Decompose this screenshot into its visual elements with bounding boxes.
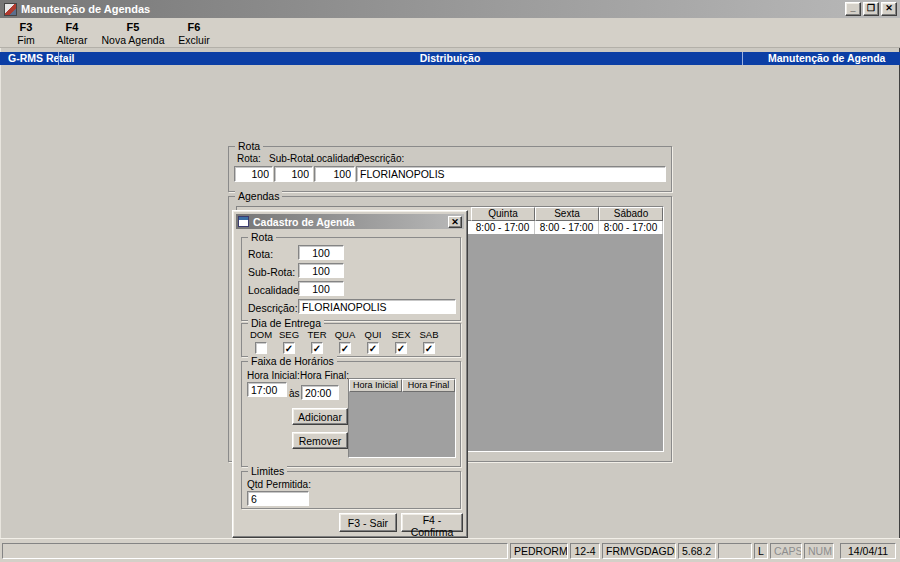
toolbar-key-f4: F4 [66, 21, 79, 34]
dialog-localidade-label: Localidade: [248, 284, 302, 296]
day-qui: QUI ✓ [360, 329, 386, 354]
day-ter: TER ✓ [304, 329, 330, 354]
limites-group: Limites Qtd Permitida: [241, 471, 461, 509]
list-header-hora-final: Hora Final [402, 379, 455, 392]
dialog-subrota-label: Sub-Rota: [248, 266, 295, 278]
agenda-cell-quinta[interactable]: 8:00 - 17:00 [471, 221, 535, 234]
localidade-input[interactable] [314, 166, 355, 182]
dialog-descricao-input[interactable] [298, 299, 456, 314]
agendas-panel-title: Agendas [235, 190, 282, 203]
window-controls: _ ❐ ✕ [845, 2, 897, 16]
status-version: 5.68.2 [678, 543, 716, 559]
remover-button[interactable]: Remover [292, 432, 348, 449]
close-icon[interactable]: ✕ [881, 2, 897, 16]
status-date: 14/04/11 [840, 543, 896, 559]
dialog-titlebar[interactable]: Cadastro de Agenda ✕ [236, 214, 464, 229]
toolbar-key-f3: F3 [20, 21, 33, 34]
toolbar: F3 Fim F4 Alterar F5 Nova Agenda F6 Excl… [0, 18, 900, 48]
day-dom-label: DOM [250, 329, 272, 340]
dia-entrega-group: Dia de Entrega DOM SEG ✓ TER ✓ QUA ✓ QUI… [241, 323, 461, 357]
toolbar-button-excluir[interactable]: F6 Excluir [170, 19, 218, 47]
dialog-icon [238, 216, 249, 227]
rota-panel: Rota Rota: Sub-Rota: Localidade: Descriç… [228, 146, 672, 192]
hora-inicial-input[interactable] [247, 382, 287, 397]
confirma-button[interactable]: F4 - Confirma [401, 513, 463, 532]
header-screen-title: Manutenção de Agenda [768, 52, 885, 65]
toolbar-label-fim: Fim [17, 34, 35, 46]
rota-input[interactable] [234, 166, 273, 182]
cadastro-agenda-dialog: Cadastro de Agenda ✕ Rota Rota: Sub-Rota… [232, 210, 468, 538]
hora-inicial-label: Hora Inicial: [247, 370, 300, 381]
status-indicator-l: L [754, 543, 768, 559]
header-bar: Distribuição G-RMS Retail Manutenção de … [0, 52, 900, 65]
header-brand: G-RMS Retail [8, 52, 75, 65]
sair-button[interactable]: F3 - Sair [339, 513, 397, 532]
dialog-subrota-input[interactable] [298, 263, 344, 278]
day-sab-label: SAB [419, 329, 438, 340]
minimize-icon[interactable]: _ [845, 2, 861, 16]
checkbox-qui[interactable]: ✓ [367, 342, 379, 354]
column-header-quinta[interactable]: Quinta [471, 207, 535, 221]
dialog-localidade-input[interactable] [298, 281, 344, 296]
maximize-icon[interactable]: ❐ [863, 2, 879, 16]
column-header-sabado[interactable]: Sábado [599, 207, 663, 221]
status-indicator-caps: CAPS [770, 543, 802, 559]
status-position: 12-4 [570, 543, 600, 559]
list-header-hora-inicial: Hora Inicial [349, 379, 402, 392]
day-seg: SEG ✓ [276, 329, 302, 354]
status-message-panel [2, 543, 508, 559]
column-header-sexta[interactable]: Sexta [535, 207, 599, 221]
checkbox-dom[interactable] [255, 342, 267, 354]
day-sex-label: SEX [391, 329, 410, 340]
window-titlebar[interactable]: Manutenção de Agendas _ ❐ ✕ [0, 0, 900, 18]
toolbar-key-f6: F6 [188, 21, 201, 34]
toolbar-button-fim[interactable]: F3 Fim [6, 19, 46, 47]
dialog-close-icon[interactable]: ✕ [448, 216, 462, 228]
agenda-cell-sabado[interactable]: 8:00 - 17:00 [599, 221, 663, 234]
horarios-list[interactable]: Hora Inicial Hora Final [348, 378, 456, 458]
faixa-horarios-group-title: Faixa de Horários [248, 355, 337, 368]
adicionar-button[interactable]: Adicionar [292, 408, 348, 425]
status-user: PEDRORMS [510, 543, 568, 559]
checkbox-ter[interactable]: ✓ [311, 342, 323, 354]
window-title: Manutenção de Agendas [21, 3, 845, 15]
checkbox-sab[interactable]: ✓ [423, 342, 435, 354]
dialog-rota-label: Rota: [248, 248, 273, 260]
checkbox-seg[interactable]: ✓ [283, 342, 295, 354]
day-seg-label: SEG [279, 329, 299, 340]
as-label: às [289, 388, 300, 399]
toolbar-button-nova-agenda[interactable]: F5 Nova Agenda [98, 19, 168, 47]
toolbar-button-alterar[interactable]: F4 Alterar [48, 19, 96, 47]
hora-final-input[interactable] [301, 385, 339, 400]
day-dom: DOM [248, 329, 274, 354]
app-icon [4, 3, 17, 16]
dialog-rota-group: Rota Rota: Sub-Rota: Localidade: Descriç… [241, 237, 461, 321]
main-window: Manutenção de Agendas _ ❐ ✕ F3 Fim F4 Al… [0, 0, 900, 562]
rota-panel-title: Rota [235, 140, 263, 153]
descricao-label: Descrição: [357, 153, 404, 164]
day-qua-label: QUA [335, 329, 356, 340]
rota-label: Rota: [237, 153, 261, 164]
qtd-permitida-label: Qtd Permitida: [247, 479, 311, 490]
status-form-name: FRMVGDAGDRT [602, 543, 676, 559]
checkbox-sex[interactable]: ✓ [395, 342, 407, 354]
status-spare-panel [718, 543, 752, 559]
status-indicator-num: NUM [804, 543, 834, 559]
qtd-permitida-input[interactable] [247, 491, 309, 506]
toolbar-label-alterar: Alterar [57, 34, 88, 46]
header-separator-left [58, 52, 59, 65]
dialog-rota-input[interactable] [298, 245, 344, 260]
toolbar-label-nova-agenda: Nova Agenda [101, 34, 164, 46]
subrota-input[interactable] [274, 166, 313, 182]
dialog-rota-group-title: Rota [248, 231, 276, 244]
checkbox-qua[interactable]: ✓ [339, 342, 351, 354]
limites-group-title: Limites [248, 465, 287, 478]
faixa-horarios-group: Faixa de Horários Hora Inicial: Hora Fin… [241, 361, 461, 467]
day-sab: SAB ✓ [416, 329, 442, 354]
day-qui-label: QUI [365, 329, 382, 340]
day-ter-label: TER [308, 329, 327, 340]
toolbar-key-f5: F5 [127, 21, 140, 34]
agenda-cell-sexta[interactable]: 8:00 - 17:00 [535, 221, 599, 234]
localidade-label: Localidade: [311, 153, 362, 164]
descricao-input[interactable] [356, 166, 666, 182]
